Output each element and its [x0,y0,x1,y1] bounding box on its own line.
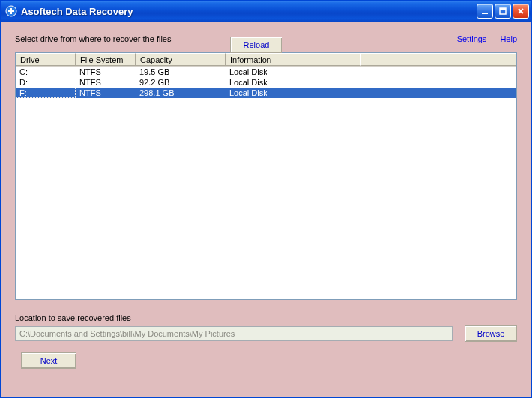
close-button[interactable] [513,4,529,19]
cell-drive: F: [16,88,76,98]
minimize-button[interactable] [477,4,493,19]
browse-button[interactable]: Browse [465,325,517,342]
cell-info: Local Disk [226,67,360,77]
top-links: Settings Help [457,34,517,43]
cell-info: Local Disk [226,88,360,98]
svg-rect-5 [500,8,506,10]
column-header-information[interactable]: Information [226,53,360,66]
cell-capacity: 92.2 GB [136,77,226,88]
table-row[interactable]: D: NTFS 92.2 GB Local Disk [16,77,516,88]
client-area: Select drive from where to recover the f… [1,22,531,397]
maximize-button[interactable] [495,4,511,19]
cell-capacity: 19.5 GB [136,67,226,77]
drive-list-header: Drive File System Capacity Information [16,53,516,67]
table-row[interactable]: F: NTFS 298.1 GB Local Disk [16,88,516,98]
window-title: Asoftech Data Recovery [21,6,477,17]
content-panel: Select drive from where to recover the f… [3,24,529,391]
column-header-filesystem[interactable]: File System [76,53,136,66]
drive-list-body: C: NTFS 19.5 GB Local Disk D: NTFS 92.2 … [16,67,516,98]
cell-drive: D: [16,77,76,88]
save-path-input[interactable] [15,326,453,341]
caption-buttons [477,4,529,19]
drive-list[interactable]: Drive File System Capacity Information C… [15,52,517,300]
location-label: Location to save recovered files [15,313,517,322]
cell-info: Local Disk [226,77,360,88]
next-row: Next [15,352,517,369]
cell-fs: NTFS [76,67,136,77]
reload-button[interactable]: Reload [230,37,282,53]
title-bar: Asoftech Data Recovery [1,1,531,22]
cell-drive: C: [16,67,76,77]
location-row: Browse [15,325,517,342]
instruction-text: Select drive from where to recover the f… [15,34,171,43]
cell-capacity: 298.1 GB [136,88,226,98]
svg-rect-3 [482,13,488,14]
cell-fs: NTFS [76,88,136,98]
app-window: Asoftech Data Recovery Select drive from… [0,0,532,398]
svg-rect-2 [8,10,14,12]
help-link[interactable]: Help [500,34,517,43]
next-button[interactable]: Next [21,352,76,369]
app-icon [5,5,17,17]
column-header-capacity[interactable]: Capacity [136,53,226,66]
table-row[interactable]: C: NTFS 19.5 GB Local Disk [16,67,516,77]
column-header-drive[interactable]: Drive [16,53,76,66]
settings-link[interactable]: Settings [457,34,487,43]
column-header-blank[interactable] [360,53,516,66]
cell-fs: NTFS [76,77,136,88]
